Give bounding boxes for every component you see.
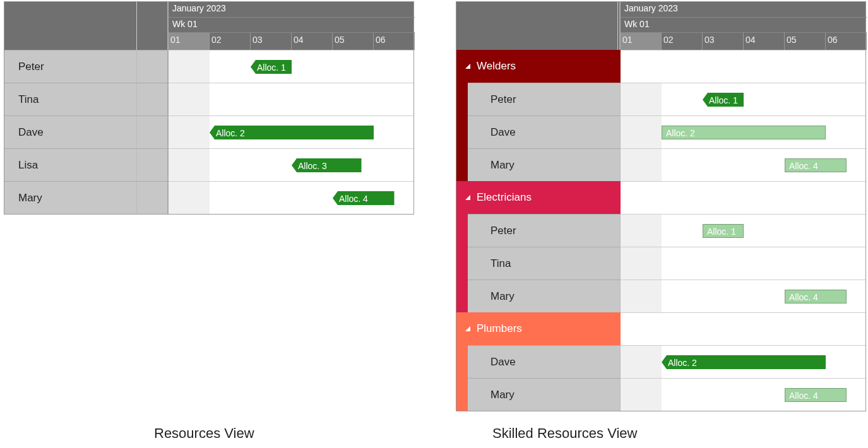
timeline-cell[interactable]: Alloc. 2 [169, 115, 413, 148]
day-header-cell: 06 [374, 33, 415, 50]
resource-name-cell[interactable]: Mary [468, 280, 621, 312]
allocation-bar[interactable]: Alloc. 4 [785, 388, 847, 402]
skill-group-header[interactable]: Plumbers [456, 312, 621, 345]
week-label: Wk 01 [621, 17, 867, 32]
group-stripe [456, 280, 468, 312]
skill-group-label: Plumbers [477, 322, 522, 335]
allocation-bar[interactable]: Alloc. 1 [703, 93, 744, 107]
row-handle[interactable] [137, 148, 169, 181]
group-stripe [456, 247, 468, 280]
day-header-cell: 02 [210, 33, 251, 50]
collapse-icon[interactable] [465, 64, 470, 69]
month-label: January 2023 [169, 2, 415, 17]
resource-name-cell[interactable]: Peter [468, 83, 621, 115]
group-stripe [456, 214, 468, 247]
day-header-cell: 05 [333, 33, 374, 50]
resources-panel: January 2023 Wk 01 010203040506 PeterAll… [4, 1, 414, 215]
timeline-cell[interactable]: Alloc. 4 [621, 280, 865, 312]
resource-row: PeterAlloc. 1 [4, 50, 413, 83]
resource-row: MaryAlloc. 4 [456, 148, 865, 181]
day-header-cell: 04 [292, 33, 333, 50]
day-header-row: 010203040506 [169, 32, 415, 50]
allocation-bar[interactable]: Alloc. 1 [703, 224, 744, 238]
timeline-cell[interactable] [621, 247, 865, 280]
skilled-caption: Skilled Resources View [492, 425, 637, 442]
group-stripe [456, 378, 468, 411]
resource-row: DaveAlloc. 2 [4, 115, 413, 148]
skilled-resources-panel: January 2023 Wk 01 010203040506 WeldersP… [456, 1, 866, 411]
resource-row: DaveAlloc. 2 [456, 345, 865, 378]
skill-group-label: Welders [477, 60, 516, 73]
group-stripe [456, 345, 468, 378]
timeline-cell[interactable]: Alloc. 2 [621, 115, 865, 148]
resource-row: PeterAlloc. 1 [456, 214, 865, 247]
allocation-bar[interactable]: Alloc. 2 [662, 126, 826, 139]
timeline-cell [621, 312, 865, 345]
allocation-bar[interactable]: Alloc. 1 [251, 60, 292, 74]
resource-name-cell[interactable]: Dave [468, 345, 621, 378]
day-header-cell: 04 [744, 33, 785, 50]
resources-body: PeterAlloc. 1TinaDaveAlloc. 2LisaAlloc. … [4, 50, 413, 214]
resource-row: MaryAlloc. 4 [4, 181, 413, 214]
timeline-cell[interactable]: Alloc. 1 [621, 83, 865, 115]
allocation-bar[interactable]: Alloc. 3 [292, 158, 362, 172]
timeline-cell[interactable]: Alloc. 1 [621, 214, 865, 247]
day-header-cell: 03 [251, 33, 292, 50]
row-handle[interactable] [137, 50, 169, 83]
resource-row: LisaAlloc. 3 [4, 148, 413, 181]
timeline-cell[interactable]: Alloc. 2 [621, 345, 865, 378]
row-handle[interactable] [137, 115, 169, 148]
day-header-cell: 02 [662, 33, 703, 50]
resource-name-cell[interactable]: Dave [4, 115, 137, 148]
resources-header: January 2023 Wk 01 010203040506 [4, 2, 413, 50]
resource-row: MaryAlloc. 4 [456, 280, 865, 312]
group-stripe [456, 148, 468, 181]
timeline-cell[interactable]: Alloc. 1 [169, 50, 413, 83]
allocation-bar[interactable]: Alloc. 4 [785, 290, 847, 304]
skilled-header: January 2023 Wk 01 010203040506 [456, 2, 865, 50]
collapse-icon[interactable] [465, 195, 470, 200]
resource-name-cell[interactable]: Peter [468, 214, 621, 247]
timeline-cell [621, 181, 865, 214]
resource-name-cell[interactable]: Mary [468, 378, 621, 411]
skilled-body: WeldersPeterAlloc. 1DaveAlloc. 2MaryAllo… [456, 50, 865, 411]
resource-row: Tina [4, 83, 413, 115]
resource-name-cell[interactable]: Tina [468, 247, 621, 280]
allocation-bar[interactable]: Alloc. 4 [333, 191, 395, 205]
skill-group-row[interactable]: Electricians [456, 181, 865, 214]
day-header-cell: 05 [785, 33, 826, 50]
timeline-cell[interactable]: Alloc. 4 [621, 148, 865, 181]
day-header-cell: 03 [703, 33, 744, 50]
allocation-bar[interactable]: Alloc. 2 [210, 126, 374, 139]
day-header-cell: 06 [826, 33, 867, 50]
collapse-icon[interactable] [465, 326, 470, 331]
resource-name-cell[interactable]: Dave [468, 115, 621, 148]
day-header-row: 010203040506 [621, 32, 867, 50]
allocation-bar[interactable]: Alloc. 4 [785, 158, 847, 172]
row-handle[interactable] [137, 181, 169, 214]
resource-name-cell[interactable]: Lisa [4, 148, 137, 181]
resource-row: MaryAlloc. 4 [456, 378, 865, 411]
allocation-bar[interactable]: Alloc. 2 [662, 355, 826, 369]
group-stripe [456, 83, 468, 115]
skill-group-row[interactable]: Welders [456, 50, 865, 83]
timeline-cell[interactable] [169, 83, 413, 115]
skill-group-row[interactable]: Plumbers [456, 312, 865, 345]
day-header-cell: 01 [169, 33, 210, 50]
month-label: January 2023 [621, 2, 867, 17]
timeline-cell[interactable]: Alloc. 4 [621, 378, 865, 411]
resource-name-cell[interactable]: Tina [4, 83, 137, 115]
day-header-cell: 01 [621, 33, 662, 50]
timeline-cell[interactable]: Alloc. 3 [169, 148, 413, 181]
timeline-cell [621, 50, 865, 83]
skill-group-header[interactable]: Welders [456, 50, 621, 83]
resource-row: DaveAlloc. 2 [456, 115, 865, 148]
group-stripe [456, 115, 468, 148]
resource-name-cell[interactable]: Mary [4, 181, 137, 214]
resource-name-cell[interactable]: Peter [4, 50, 137, 83]
resource-name-cell[interactable]: Mary [468, 148, 621, 181]
row-handle[interactable] [137, 83, 169, 115]
timeline-cell[interactable]: Alloc. 4 [169, 181, 413, 214]
resource-row: Tina [456, 247, 865, 280]
skill-group-header[interactable]: Electricians [456, 181, 621, 214]
